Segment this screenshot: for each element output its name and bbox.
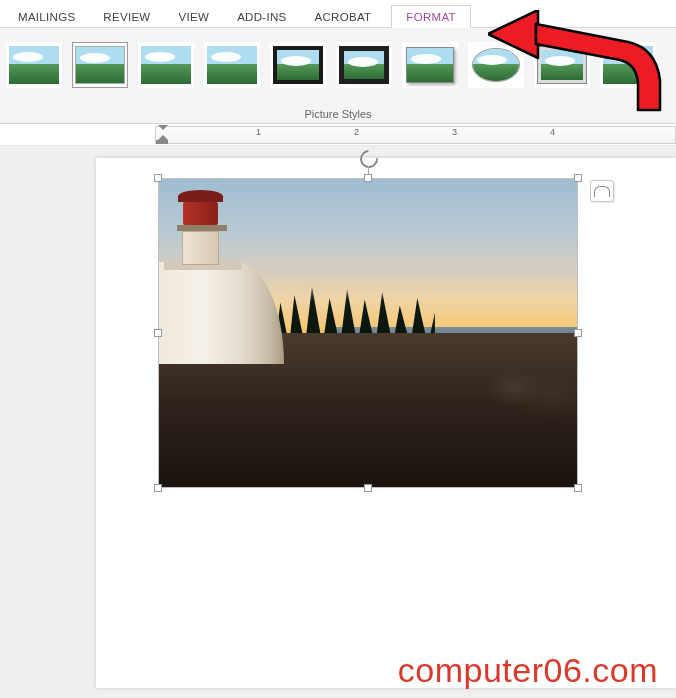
watermark-text: computer06.com [398, 651, 658, 690]
tab-addins[interactable]: ADD-INS [223, 6, 300, 27]
ruler-mark: 1 [256, 127, 261, 137]
picture-style-double-frame[interactable] [402, 42, 458, 88]
ruler-mark: 2 [354, 127, 359, 137]
document-area [0, 146, 676, 698]
document-page[interactable] [96, 158, 676, 688]
resize-handle-mr[interactable] [574, 329, 582, 337]
tab-review[interactable]: REVIEW [89, 6, 164, 27]
picture-style-simple-black[interactable] [534, 42, 590, 88]
left-indent-marker[interactable] [156, 140, 168, 144]
picture-style-beveled-matte[interactable] [72, 42, 128, 88]
ruler-marks: 1 2 3 4 [158, 127, 555, 137]
resize-handle-tr[interactable] [574, 174, 582, 182]
resize-handle-bl[interactable] [154, 484, 162, 492]
ribbon-content: Picture Styles [0, 28, 676, 124]
tab-mailings[interactable]: MAILINGS [4, 6, 89, 27]
picture-style-soft-edge-rect[interactable] [336, 42, 392, 88]
picture-lighthouse [159, 222, 284, 364]
resize-handle-tm[interactable] [364, 174, 372, 182]
tab-acrobat[interactable]: ACROBAT [301, 6, 386, 27]
tab-view[interactable]: VIEW [165, 6, 224, 27]
resize-handle-tl[interactable] [154, 174, 162, 182]
selected-picture[interactable] [158, 178, 578, 488]
contextual-tab-group: PICTURE TOOLS FORMAT [391, 5, 471, 27]
layout-options-button[interactable] [590, 180, 614, 202]
picture-style-simple-frame[interactable] [6, 42, 62, 88]
picture-style-reflected-rounded[interactable] [270, 42, 326, 88]
picture-styles-gallery [6, 36, 670, 94]
resize-handle-bm[interactable] [364, 484, 372, 492]
ribbon-group-label: Picture Styles [6, 108, 670, 120]
ruler-mark [158, 127, 163, 137]
picture-content [159, 179, 577, 487]
picture-style-drop-shadow[interactable] [204, 42, 260, 88]
picture-style-metal-frame[interactable] [138, 42, 194, 88]
horizontal-ruler[interactable]: 1 2 3 4 [0, 124, 676, 146]
tab-format[interactable]: FORMAT [391, 5, 471, 28]
picture-style-thick-matte[interactable] [468, 42, 524, 88]
ruler-mark: 3 [452, 127, 457, 137]
ruler-mark: 4 [550, 127, 555, 137]
resize-handle-br[interactable] [574, 484, 582, 492]
resize-handle-ml[interactable] [154, 329, 162, 337]
ribbon-tabs: MAILINGS REVIEW VIEW ADD-INS ACROBAT PIC… [0, 0, 676, 28]
contextual-header: PICTURE TOOLS [389, 0, 473, 2]
picture-style-beveled-oval[interactable] [600, 42, 656, 88]
rotate-handle-icon[interactable] [360, 150, 376, 166]
